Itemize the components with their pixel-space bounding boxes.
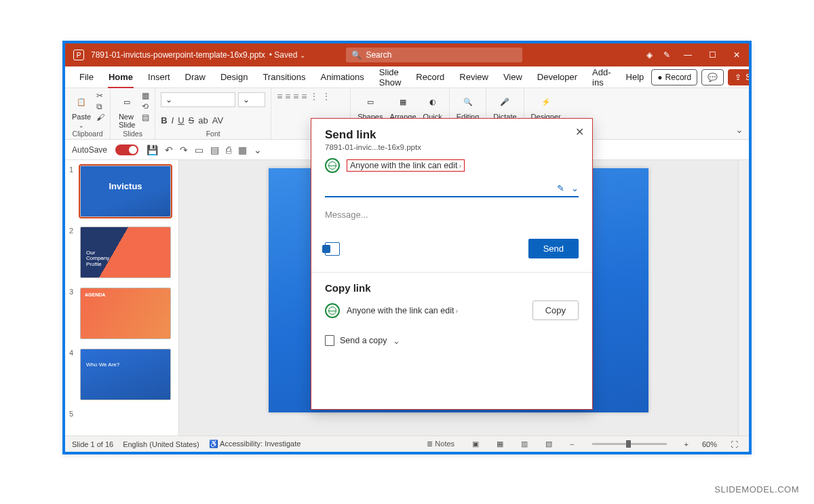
section-icon[interactable]: ▤ — [142, 113, 149, 122]
normal-view-icon[interactable]: ▣ — [468, 440, 483, 448]
vertical-scrollbar[interactable] — [738, 160, 749, 435]
divider — [311, 272, 592, 273]
menu-transitions[interactable]: Transitions — [255, 66, 313, 88]
zoom-in-icon[interactable]: + — [680, 440, 693, 448]
menu-home[interactable]: Home — [101, 66, 140, 88]
copy-button[interactable]: Copy — [532, 301, 579, 320]
outlook-icon[interactable] — [325, 242, 340, 256]
slide-thumb-1[interactable] — [80, 166, 171, 217]
menu-review[interactable]: Review — [452, 66, 496, 88]
menu-record[interactable]: Record — [408, 66, 452, 88]
italic-button[interactable]: I — [172, 115, 174, 125]
reset-icon[interactable]: ⟲ — [142, 102, 149, 111]
menu-animations[interactable]: Animations — [313, 66, 372, 88]
premium-icon[interactable]: ◈ — [640, 50, 658, 60]
close-window-button[interactable]: ✕ — [724, 43, 749, 66]
comments-button[interactable]: 💬 — [701, 69, 724, 85]
slide-thumbnails-panel[interactable]: 1 2OurCompanyProfile 3AGENDA 4Who We Are… — [65, 160, 179, 435]
autosave-label: AutoSave — [72, 145, 107, 155]
undo-icon[interactable]: ↶ — [165, 144, 173, 155]
menu-bar: File Home Insert Draw Design Transitions… — [65, 66, 749, 88]
layout-icon[interactable]: ▦ — [142, 91, 149, 100]
underline-button[interactable]: U — [178, 115, 184, 125]
menu-addins[interactable]: Add-ins — [585, 66, 618, 88]
slide-thumb-2[interactable]: OurCompanyProfile — [80, 227, 171, 278]
ribbon-slides-group: ▭New Slide ▦ ⟲ ▤ Slides — [111, 88, 155, 139]
collapse-ribbon-icon[interactable]: ⌄ — [735, 124, 743, 135]
cut-icon[interactable]: ✂ — [96, 91, 104, 100]
share-button[interactable]: ⇪ Share ▾ — [728, 69, 752, 85]
link-permission-row[interactable]: Anyone with the link can edit› — [325, 158, 579, 173]
slide-count[interactable]: Slide 1 of 16 — [72, 440, 113, 448]
save-icon[interactable]: 💾 — [147, 144, 158, 155]
bold-button[interactable]: B — [161, 115, 167, 125]
zoom-slider[interactable] — [592, 443, 667, 445]
zoom-value[interactable]: 60% — [702, 440, 717, 448]
search-box[interactable]: 🔍 — [346, 47, 522, 62]
accessibility-status[interactable]: ♿ Accessibility: Investigate — [209, 440, 301, 448]
reading-view-icon[interactable]: ▥ — [517, 440, 532, 448]
chevron-down-icon: ⌄ — [393, 336, 400, 346]
slide-thumb-3[interactable]: AGENDA — [80, 288, 171, 339]
language-status[interactable]: English (United States) — [123, 440, 199, 448]
slide-thumb-4[interactable]: Who We Are? — [80, 349, 171, 400]
font-size-box[interactable]: ⌄ — [238, 92, 265, 107]
send-button[interactable]: Send — [528, 239, 579, 258]
coming-soon-icon[interactable]: ✎ — [658, 50, 676, 60]
notes-button[interactable]: ≣ Notes — [423, 440, 459, 448]
search-icon: 🔍 — [351, 50, 362, 60]
status-bar: Slide 1 of 16 English (United States) ♿ … — [65, 435, 749, 452]
document-icon — [325, 335, 334, 346]
share-dialog: ✕ Send link 7891-01-invic...te-16x9.pptx… — [311, 118, 593, 410]
menu-view[interactable]: View — [496, 66, 530, 88]
share-dialog-filename: 7891-01-invic...te-16x9.pptx — [325, 143, 579, 151]
pencil-icon[interactable]: ✎ — [557, 183, 564, 193]
menu-draw[interactable]: Draw — [178, 66, 213, 88]
title-dropdown-icon[interactable]: ⌄ — [300, 52, 305, 59]
slideshow-view-icon[interactable]: ▧ — [541, 440, 556, 448]
chevron-right-icon: › — [455, 307, 458, 315]
minimize-button[interactable]: — — [676, 43, 700, 66]
qat-icon[interactable]: ⎙ — [226, 144, 231, 155]
chevron-right-icon: › — [459, 161, 461, 170]
char-spacing-button[interactable]: AV — [212, 115, 223, 125]
menu-file[interactable]: File — [72, 66, 101, 88]
recipients-input[interactable]: ✎ ⌄ — [325, 180, 579, 197]
autosave-toggle[interactable] — [115, 144, 138, 155]
menu-help[interactable]: Help — [619, 66, 652, 88]
saved-indicator: • Saved — [269, 50, 298, 60]
paste-button[interactable]: 📋Paste⌄ — [71, 91, 92, 130]
format-painter-icon[interactable]: 🖌 — [96, 113, 104, 122]
qat-icon[interactable]: ▦ — [238, 144, 247, 155]
copy-link-permission-row[interactable]: Anyone with the link can edit› — [325, 303, 458, 318]
menu-developer[interactable]: Developer — [530, 66, 585, 88]
strike-button[interactable]: S — [189, 115, 195, 125]
redo-icon[interactable]: ↷ — [180, 144, 188, 155]
record-button[interactable]: ● Record — [651, 69, 697, 85]
qat-icon[interactable]: ▤ — [210, 144, 219, 155]
message-input[interactable]: Message... — [325, 210, 579, 220]
qat-icon[interactable]: ▭ — [195, 144, 204, 155]
watermark: SLIDEMODEL.COM — [714, 484, 799, 495]
maximize-button[interactable]: ☐ — [700, 43, 724, 66]
copy-icon[interactable]: ⧉ — [96, 102, 104, 111]
ribbon-clipboard-group: 📋Paste⌄ ✂ ⧉ 🖌 Clipboard — [65, 88, 111, 139]
globe-icon — [325, 158, 340, 173]
qat-more-icon[interactable]: ⌄ — [254, 144, 262, 155]
fit-slide-icon[interactable]: ⛶ — [726, 440, 742, 448]
subscript-button[interactable]: ab — [198, 115, 208, 125]
menu-insert[interactable]: Insert — [140, 66, 178, 88]
font-name-box[interactable]: ⌄ — [161, 92, 235, 107]
new-slide-button[interactable]: ▭New Slide — [116, 91, 138, 130]
zoom-out-icon[interactable]: − — [566, 440, 578, 448]
chevron-down-icon[interactable]: ⌄ — [571, 183, 579, 193]
menu-slideshow[interactable]: Slide Show — [372, 66, 409, 88]
close-dialog-button[interactable]: ✕ — [575, 125, 584, 138]
copy-link-heading: Copy link — [325, 282, 579, 294]
document-title: 7891-01-invictus-powerpoint-template-16x… — [91, 50, 265, 60]
menu-design[interactable]: Design — [213, 66, 255, 88]
send-a-copy-button[interactable]: Send a copy ⌄ — [325, 335, 579, 346]
search-input[interactable] — [366, 50, 517, 60]
app-window: P 7891-01-invictus-powerpoint-template-1… — [62, 41, 752, 454]
sorter-view-icon[interactable]: ▦ — [492, 440, 507, 448]
